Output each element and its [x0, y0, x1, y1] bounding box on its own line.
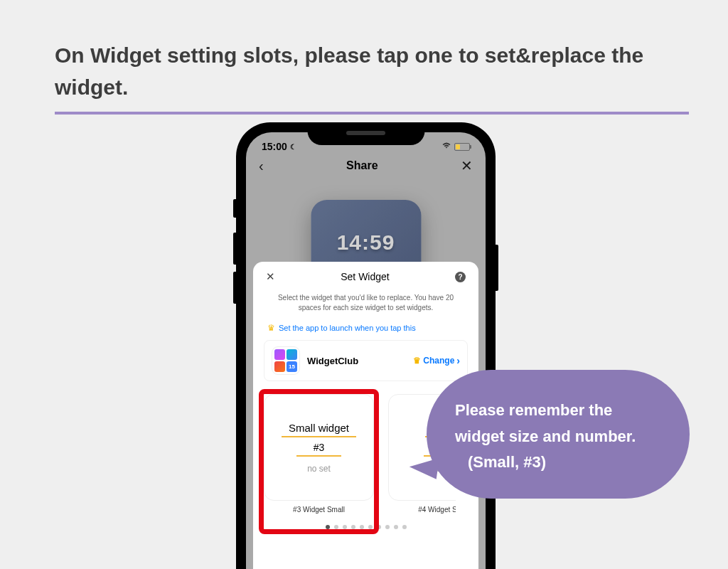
pager-dot[interactable]	[385, 525, 390, 529]
modal-close-button[interactable]: ✕	[266, 270, 275, 283]
modal-description: Select the widget that you'd like to rep…	[260, 287, 471, 320]
crown-icon: ♛	[413, 356, 421, 366]
battery-icon	[454, 143, 470, 151]
widget-slot-3[interactable]: Small widget #3 no set #3 Widget Small	[264, 394, 374, 514]
modal-title: Set Widget	[341, 271, 389, 282]
callout-line1: Please remember the	[455, 397, 661, 423]
headline: On Widget setting slots, please tap one …	[55, 39, 689, 115]
app-name: WidgetClub	[307, 356, 413, 366]
pager-dot[interactable]	[377, 525, 381, 529]
phone-frame: 15:00 ☾ ‹ Share ✕ 14:59 ✕ Set W	[236, 122, 496, 569]
phone-power-button	[496, 245, 498, 291]
slot-card[interactable]: Small widget #3 no set	[264, 394, 374, 501]
slot-state: no set	[307, 457, 331, 474]
slot-title: Small widget	[282, 422, 356, 437]
pager-dot[interactable]	[402, 525, 407, 529]
callout-sub: (Small, #3)	[455, 450, 661, 472]
chevron-right-icon: ›	[456, 355, 460, 366]
crown-icon: ♛	[267, 323, 275, 333]
phone-volume-up	[233, 233, 236, 265]
status-right	[441, 142, 470, 151]
status-time: 15:00	[262, 141, 287, 152]
phone-side-button	[233, 199, 236, 218]
app-icon: 15	[272, 346, 300, 375]
modal-header: ✕ Set Widget ?	[260, 270, 471, 287]
callout-tail	[408, 454, 439, 479]
help-icon[interactable]: ?	[455, 272, 466, 282]
slot-caption: #4 Widget Smal	[388, 501, 456, 514]
headline-underline	[55, 112, 689, 115]
launch-text: Set the app to launch when you tap this	[279, 324, 416, 332]
slot-caption: #3 Widget Small	[264, 501, 374, 514]
headline-text: On Widget setting slots, please tap one …	[55, 39, 689, 103]
highlight-frame: Small widget #3 no set #3 Widget Small	[262, 393, 375, 531]
wifi-icon	[441, 142, 451, 151]
status-left: 15:00 ☾	[262, 141, 296, 152]
dnd-icon: ☾	[290, 143, 296, 151]
app-card: 15 WidgetClub ♛ Change ›	[264, 340, 468, 381]
phone-screen: 15:00 ☾ ‹ Share ✕ 14:59 ✕ Set W	[246, 132, 486, 569]
launch-app-link[interactable]: ♛ Set the app to launch when you tap thi…	[260, 320, 471, 340]
phone-volume-down	[233, 272, 236, 304]
change-label: Change	[423, 356, 454, 366]
pager-dot[interactable]	[394, 525, 398, 529]
change-button[interactable]: ♛ Change ›	[413, 355, 460, 366]
slot-number: #3	[296, 437, 342, 457]
callout-bubble: Please remember the widget size and numb…	[427, 370, 690, 499]
phone-notch	[307, 122, 424, 145]
callout-line2: widget size and number.	[455, 423, 661, 450]
